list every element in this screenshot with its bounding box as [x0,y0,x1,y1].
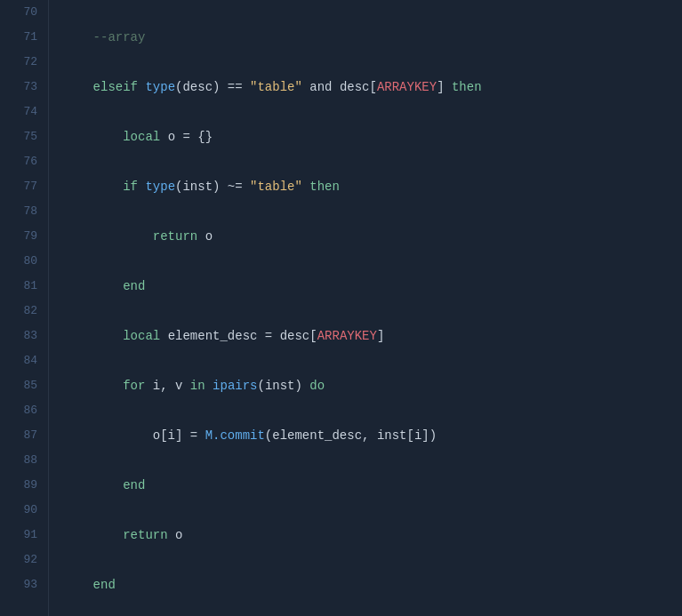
code-line-86 [63,398,682,423]
line-num-88: 88 [0,448,37,473]
line-num-78: 78 [0,199,37,224]
line-num-73: 73 [0,75,37,100]
code-line-80 [63,249,682,274]
line-num-91: 91 [0,523,37,548]
code-line-89: end [63,473,682,498]
line-num-79: 79 [0,224,37,249]
code-line-75: local o = {} [63,124,682,149]
line-num-86: 86 [0,398,37,423]
line-num-89: 89 [0,473,37,498]
code-line-87: o[i] = M.commit(element_desc, inst[i]) [63,423,682,448]
line-num-93: 93 [0,572,37,597]
code-line-78 [63,199,682,224]
line-num-70: 70 [0,0,37,25]
code-line-84 [63,348,682,373]
line-num-92: 92 [0,548,37,572]
line-num-75: 75 [0,124,37,149]
line-num-74: 74 [0,100,37,124]
code-line-73: elseif type(desc) == "table" and desc[AR… [63,75,682,100]
code-line-72 [63,50,682,75]
code-line-93: end [63,572,682,597]
line-num-84: 84 [0,348,37,373]
code-line-70 [63,0,682,25]
code-line-83: local element_desc = desc[ARRAYKEY] [63,324,682,348]
code-editor: 70 71 72 73 74 75 76 77 78 79 80 81 82 8… [0,0,682,616]
code-line-88 [63,448,682,473]
code-line-91: return o [63,523,682,548]
code-line-81: end [63,274,682,299]
code-line-85: for i, v in ipairs(inst) do [63,373,682,398]
code-line-71: --array [63,25,682,50]
code-line-77: if type(inst) ~= "table" then [63,174,682,199]
code-line-90 [63,498,682,523]
line-num-83: 83 [0,324,37,348]
line-num-77: 77 [0,174,37,199]
line-num-72: 72 [0,50,37,75]
code-line-92 [63,548,682,572]
code-line-76 [63,149,682,174]
code-area[interactable]: --array elseif type(desc) == "table" and… [49,0,682,616]
code-line-82 [63,299,682,324]
line-num-76: 76 [0,149,37,174]
line-num-80: 80 [0,249,37,274]
line-num-81: 81 [0,274,37,299]
line-num-71: 71 [0,25,37,50]
line-num-82: 82 [0,299,37,324]
line-numbers-gutter: 70 71 72 73 74 75 76 77 78 79 80 81 82 8… [0,0,49,616]
line-num-87: 87 [0,423,37,448]
code-line-79: return o [63,224,682,249]
line-num-85: 85 [0,373,37,398]
line-num-90: 90 [0,498,37,523]
code-line-74 [63,100,682,124]
